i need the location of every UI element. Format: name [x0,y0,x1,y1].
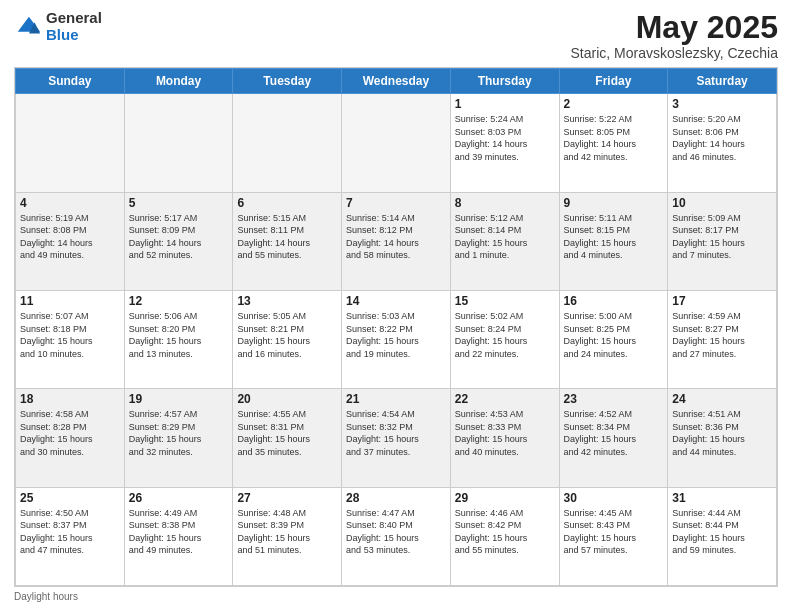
day-number: 9 [564,196,664,210]
day-number: 4 [20,196,120,210]
day-header-thursday: Thursday [450,69,559,94]
day-header-tuesday: Tuesday [233,69,342,94]
day-number: 25 [20,491,120,505]
cal-cell-10: 10Sunrise: 5:09 AM Sunset: 8:17 PM Dayli… [668,192,777,290]
day-number: 16 [564,294,664,308]
logo-blue-text: Blue [46,27,102,44]
calendar-body: 1Sunrise: 5:24 AM Sunset: 8:03 PM Daylig… [16,94,777,586]
day-number: 18 [20,392,120,406]
cal-cell-empty-w0c2 [233,94,342,192]
cell-info: Sunrise: 5:22 AM Sunset: 8:05 PM Dayligh… [564,113,664,163]
cell-info: Sunrise: 5:09 AM Sunset: 8:17 PM Dayligh… [672,212,772,262]
cal-cell-22: 22Sunrise: 4:53 AM Sunset: 8:33 PM Dayli… [450,389,559,487]
day-number: 31 [672,491,772,505]
location: Staric, Moravskoslezsky, Czechia [571,45,778,61]
day-number: 7 [346,196,446,210]
cal-cell-14: 14Sunrise: 5:03 AM Sunset: 8:22 PM Dayli… [342,290,451,388]
cell-info: Sunrise: 4:53 AM Sunset: 8:33 PM Dayligh… [455,408,555,458]
cell-info: Sunrise: 5:24 AM Sunset: 8:03 PM Dayligh… [455,113,555,163]
day-number: 26 [129,491,229,505]
page: General Blue May 2025 Staric, Moravskosl… [0,0,792,612]
cal-cell-8: 8Sunrise: 5:12 AM Sunset: 8:14 PM Daylig… [450,192,559,290]
cal-cell-1: 1Sunrise: 5:24 AM Sunset: 8:03 PM Daylig… [450,94,559,192]
cell-info: Sunrise: 4:46 AM Sunset: 8:42 PM Dayligh… [455,507,555,557]
day-header-row: SundayMondayTuesdayWednesdayThursdayFrid… [16,69,777,94]
cell-info: Sunrise: 4:58 AM Sunset: 8:28 PM Dayligh… [20,408,120,458]
week-row-2: 4Sunrise: 5:19 AM Sunset: 8:08 PM Daylig… [16,192,777,290]
header-right: May 2025 Staric, Moravskoslezsky, Czechi… [571,10,778,61]
cell-info: Sunrise: 5:14 AM Sunset: 8:12 PM Dayligh… [346,212,446,262]
cell-info: Sunrise: 4:44 AM Sunset: 8:44 PM Dayligh… [672,507,772,557]
cal-cell-2: 2Sunrise: 5:22 AM Sunset: 8:05 PM Daylig… [559,94,668,192]
day-number: 10 [672,196,772,210]
logo-text: General Blue [46,10,102,43]
day-number: 12 [129,294,229,308]
week-row-3: 11Sunrise: 5:07 AM Sunset: 8:18 PM Dayli… [16,290,777,388]
cell-info: Sunrise: 5:06 AM Sunset: 8:20 PM Dayligh… [129,310,229,360]
day-number: 5 [129,196,229,210]
cell-info: Sunrise: 4:55 AM Sunset: 8:31 PM Dayligh… [237,408,337,458]
cal-cell-31: 31Sunrise: 4:44 AM Sunset: 8:44 PM Dayli… [668,487,777,585]
cal-cell-23: 23Sunrise: 4:52 AM Sunset: 8:34 PM Dayli… [559,389,668,487]
week-row-1: 1Sunrise: 5:24 AM Sunset: 8:03 PM Daylig… [16,94,777,192]
cal-cell-16: 16Sunrise: 5:00 AM Sunset: 8:25 PM Dayli… [559,290,668,388]
cell-info: Sunrise: 5:11 AM Sunset: 8:15 PM Dayligh… [564,212,664,262]
cell-info: Sunrise: 4:51 AM Sunset: 8:36 PM Dayligh… [672,408,772,458]
cal-cell-21: 21Sunrise: 4:54 AM Sunset: 8:32 PM Dayli… [342,389,451,487]
cal-cell-5: 5Sunrise: 5:17 AM Sunset: 8:09 PM Daylig… [124,192,233,290]
day-number: 6 [237,196,337,210]
day-header-saturday: Saturday [668,69,777,94]
day-number: 2 [564,97,664,111]
cell-info: Sunrise: 4:49 AM Sunset: 8:38 PM Dayligh… [129,507,229,557]
cell-info: Sunrise: 4:59 AM Sunset: 8:27 PM Dayligh… [672,310,772,360]
header: General Blue May 2025 Staric, Moravskosl… [14,10,778,61]
cal-cell-6: 6Sunrise: 5:15 AM Sunset: 8:11 PM Daylig… [233,192,342,290]
cal-cell-27: 27Sunrise: 4:48 AM Sunset: 8:39 PM Dayli… [233,487,342,585]
day-header-friday: Friday [559,69,668,94]
footer: Daylight hours [14,591,778,602]
cal-cell-30: 30Sunrise: 4:45 AM Sunset: 8:43 PM Dayli… [559,487,668,585]
week-row-4: 18Sunrise: 4:58 AM Sunset: 8:28 PM Dayli… [16,389,777,487]
cell-info: Sunrise: 5:00 AM Sunset: 8:25 PM Dayligh… [564,310,664,360]
day-number: 14 [346,294,446,308]
day-number: 1 [455,97,555,111]
cell-info: Sunrise: 5:15 AM Sunset: 8:11 PM Dayligh… [237,212,337,262]
cal-cell-empty-w0c0 [16,94,125,192]
cal-cell-28: 28Sunrise: 4:47 AM Sunset: 8:40 PM Dayli… [342,487,451,585]
day-number: 22 [455,392,555,406]
day-number: 30 [564,491,664,505]
cell-info: Sunrise: 5:19 AM Sunset: 8:08 PM Dayligh… [20,212,120,262]
day-number: 24 [672,392,772,406]
cal-cell-24: 24Sunrise: 4:51 AM Sunset: 8:36 PM Dayli… [668,389,777,487]
cell-info: Sunrise: 5:12 AM Sunset: 8:14 PM Dayligh… [455,212,555,262]
cell-info: Sunrise: 4:52 AM Sunset: 8:34 PM Dayligh… [564,408,664,458]
cal-cell-12: 12Sunrise: 5:06 AM Sunset: 8:20 PM Dayli… [124,290,233,388]
day-number: 23 [564,392,664,406]
day-number: 28 [346,491,446,505]
daylight-label: Daylight hours [14,591,78,602]
logo: General Blue [14,10,102,43]
cell-info: Sunrise: 5:03 AM Sunset: 8:22 PM Dayligh… [346,310,446,360]
cal-cell-29: 29Sunrise: 4:46 AM Sunset: 8:42 PM Dayli… [450,487,559,585]
logo-icon [14,13,42,41]
calendar: SundayMondayTuesdayWednesdayThursdayFrid… [14,67,778,587]
cal-cell-9: 9Sunrise: 5:11 AM Sunset: 8:15 PM Daylig… [559,192,668,290]
cell-info: Sunrise: 4:47 AM Sunset: 8:40 PM Dayligh… [346,507,446,557]
cal-cell-empty-w0c1 [124,94,233,192]
cell-info: Sunrise: 5:05 AM Sunset: 8:21 PM Dayligh… [237,310,337,360]
cal-cell-empty-w0c3 [342,94,451,192]
calendar-header: SundayMondayTuesdayWednesdayThursdayFrid… [16,69,777,94]
day-number: 13 [237,294,337,308]
cell-info: Sunrise: 4:48 AM Sunset: 8:39 PM Dayligh… [237,507,337,557]
day-number: 21 [346,392,446,406]
week-row-5: 25Sunrise: 4:50 AM Sunset: 8:37 PM Dayli… [16,487,777,585]
cal-cell-25: 25Sunrise: 4:50 AM Sunset: 8:37 PM Dayli… [16,487,125,585]
day-number: 3 [672,97,772,111]
day-number: 15 [455,294,555,308]
month-title: May 2025 [571,10,778,45]
day-number: 27 [237,491,337,505]
cal-cell-15: 15Sunrise: 5:02 AM Sunset: 8:24 PM Dayli… [450,290,559,388]
cal-cell-20: 20Sunrise: 4:55 AM Sunset: 8:31 PM Dayli… [233,389,342,487]
day-number: 17 [672,294,772,308]
cal-cell-3: 3Sunrise: 5:20 AM Sunset: 8:06 PM Daylig… [668,94,777,192]
